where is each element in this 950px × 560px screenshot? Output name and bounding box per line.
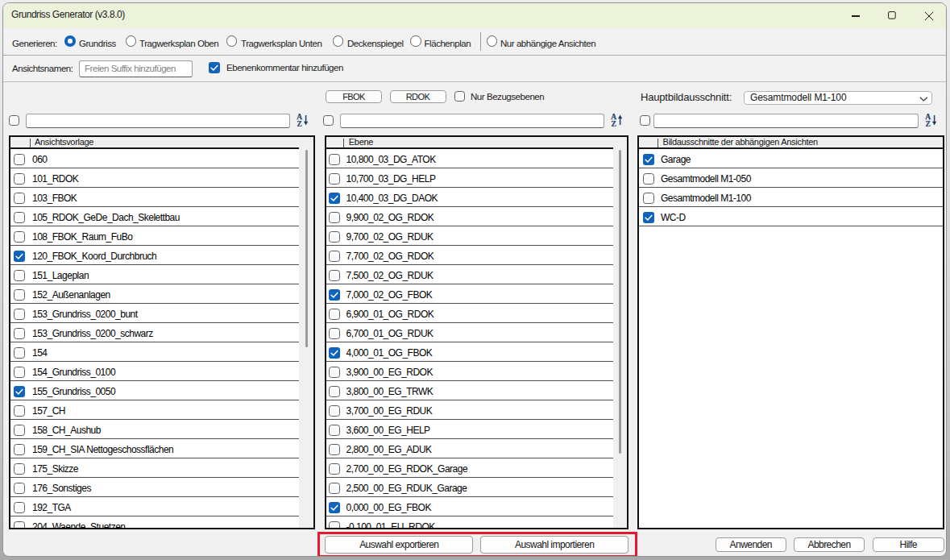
svg-text:Z: Z: [925, 119, 930, 126]
svg-text:Z: Z: [612, 119, 616, 126]
svg-text:Z: Z: [297, 119, 301, 126]
